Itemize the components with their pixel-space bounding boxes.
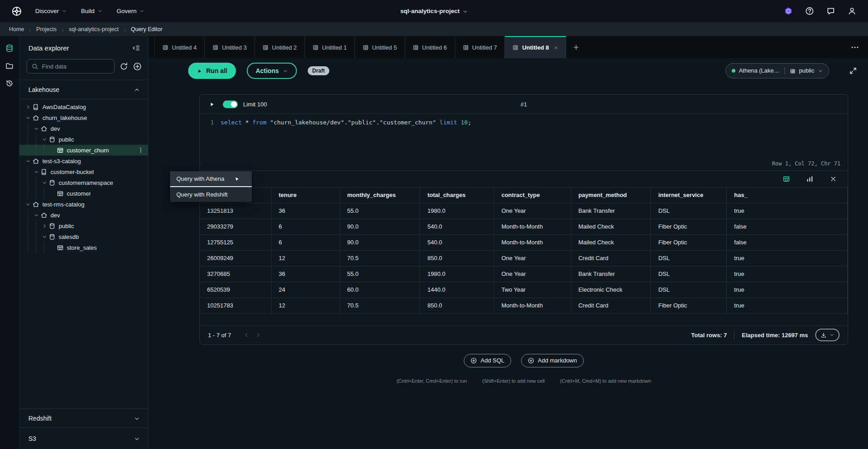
column-header-total-charges[interactable]: total_charges — [420, 188, 494, 203]
new-tab-button[interactable] — [566, 36, 586, 58]
download-results-button[interactable] — [815, 329, 840, 341]
tab-untitled-7[interactable]: Untitled 7 — [455, 36, 505, 58]
connection-selector[interactable]: Athena (Lake… public — [725, 63, 829, 78]
tree-toggle[interactable] — [40, 224, 48, 229]
rail-files-button[interactable] — [5, 61, 14, 71]
run-all-button[interactable]: Run all — [188, 63, 236, 79]
refresh-button[interactable] — [120, 62, 128, 71]
column-header-has-[interactable]: has_ — [727, 188, 848, 203]
table-row[interactable]: 102517831270.5850.0Month-to-MonthCredit … — [200, 298, 848, 313]
add-markdown-button[interactable]: Add markdown — [521, 354, 584, 367]
collapse-icon — [132, 44, 140, 52]
tree-item-store-sales[interactable]: store_sales — [19, 242, 148, 253]
nav-menu-build[interactable]: Build — [81, 8, 102, 14]
tab-untitled-1[interactable]: Untitled 1 — [305, 36, 355, 58]
table-row[interactable]: 12755125690.0540.0Month-to-MonthMailed C… — [200, 234, 848, 250]
find-data-searchbox[interactable] — [27, 59, 115, 73]
column-header-internet-service[interactable]: internet_service — [651, 188, 727, 203]
table-cell: 6520539 — [200, 282, 271, 298]
breadcrumb-item-home[interactable]: Home — [9, 26, 24, 32]
column-header-tenure[interactable]: tenure — [271, 188, 340, 203]
rail-data-explorer-button[interactable] — [5, 43, 14, 53]
menu-item-query-with-athena[interactable]: Query with Athena — [170, 171, 252, 186]
column-header-payment-method[interactable]: payment_method — [571, 188, 651, 203]
table-row[interactable]: 32706853655.01980.0One YearBank Transfer… — [200, 266, 848, 282]
table-row[interactable]: 29033279690.0540.0Month-to-MonthMailed C… — [200, 219, 848, 234]
search-input[interactable] — [42, 63, 110, 70]
column-header-contract-type[interactable]: contract_type — [494, 188, 571, 203]
breadcrumb-item-sql-analytics-project[interactable]: sql-analytics-project — [69, 26, 119, 32]
menu-item-query-with-redshift[interactable]: Query with Redshift — [170, 187, 252, 202]
nav-menu-discover[interactable]: Discover — [35, 8, 67, 14]
datazone-app-button[interactable] — [784, 7, 793, 15]
tab-untitled-5[interactable]: Untitled 5 — [355, 36, 405, 58]
next-page-button[interactable] — [255, 332, 261, 338]
close-tab-button[interactable] — [554, 46, 558, 50]
grid-icon — [263, 45, 268, 50]
tree-item-customer-bucket[interactable]: customer-bucket — [19, 166, 148, 177]
tree-item-test-s3-catalog[interactable]: test-s3-catalog — [19, 156, 148, 166]
tree-toggle[interactable] — [40, 180, 48, 185]
table-view-button[interactable] — [783, 175, 790, 183]
tree-item-dev[interactable]: dev — [19, 210, 148, 220]
limit-toggle[interactable] — [223, 101, 238, 108]
tree-item-awsdatacatalog[interactable]: AwsDataCatalog — [19, 101, 148, 112]
run-cell-button[interactable] — [209, 101, 215, 107]
tree-toggle[interactable] — [40, 137, 48, 142]
column-header-monthly-charges[interactable]: monthly_charges — [340, 188, 420, 203]
help-button[interactable] — [805, 7, 814, 15]
close-results-button[interactable] — [830, 175, 837, 183]
tab-untitled-4[interactable]: Untitled 4 — [155, 36, 205, 58]
actions-button[interactable]: Actions — [247, 63, 297, 79]
tree-item-test-rms-catalog[interactable]: test-rms-catalog — [19, 199, 148, 210]
tree-item-customernamespace[interactable]: customernamespace — [19, 177, 148, 188]
tree-item-salesdb[interactable]: salesdb — [19, 231, 148, 242]
tree-item-churn-lakehouse[interactable]: churn_lakehouse — [19, 112, 148, 123]
tree-item-actions-kebab[interactable] — [138, 147, 144, 153]
breadcrumb-item-query-editor[interactable]: Query Editor — [131, 26, 162, 32]
tree-item-dev[interactable]: dev — [19, 123, 148, 134]
app-logo[interactable] — [12, 6, 22, 16]
fullscreen-toggle-button[interactable] — [849, 67, 857, 75]
table-row[interactable]: 132518133655.01980.0One YearBank Transfe… — [200, 203, 848, 219]
tree-item-customer[interactable]: customer — [19, 188, 148, 199]
line-number: 1 — [200, 119, 221, 170]
table-row[interactable]: 65205392460.01440.0Two YearElectronic Ch… — [200, 282, 848, 298]
rail-history-button[interactable] — [5, 78, 14, 88]
chart-view-button[interactable] — [806, 175, 813, 183]
logo-icon — [12, 6, 22, 16]
tree-item-public[interactable]: public — [19, 220, 148, 231]
user-menu-button[interactable] — [848, 7, 856, 15]
add-data-button[interactable] — [133, 62, 142, 71]
tab-untitled-3[interactable]: Untitled 3 — [205, 36, 255, 58]
total-rows-label: Total rows: 7 — [691, 332, 727, 339]
table-cell: 55.0 — [340, 266, 420, 282]
tree-item-customer-churn[interactable]: customer_churn — [19, 145, 148, 156]
feedback-button[interactable] — [826, 7, 835, 15]
tree-toggle[interactable] — [32, 126, 40, 131]
tab-untitled-8[interactable]: Untitled 8 — [505, 36, 566, 58]
tab-untitled-6[interactable]: Untitled 6 — [405, 36, 455, 58]
nav-menu-govern[interactable]: Govern — [117, 8, 144, 14]
previous-page-button[interactable] — [244, 332, 249, 338]
tree-toggle[interactable] — [32, 213, 40, 218]
table-row[interactable]: 260092491270.5850.0One YearCredit CardDS… — [200, 250, 848, 266]
tab-overflow-button[interactable] — [851, 43, 868, 51]
collapse-panel-button[interactable] — [132, 44, 140, 52]
breadcrumb-item-projects[interactable]: Projects — [36, 26, 56, 32]
tree-toggle[interactable] — [24, 159, 32, 164]
tree-toggle[interactable] — [24, 202, 32, 207]
tree-toggle[interactable] — [24, 105, 32, 110]
redshift-section-header[interactable]: Redshift — [19, 408, 148, 427]
s3-section-header[interactable]: S3 — [19, 427, 148, 449]
tree-toggle[interactable] — [24, 115, 32, 120]
tree-toggle[interactable] — [32, 170, 40, 174]
lakehouse-section-header[interactable]: Lakehouse — [19, 80, 148, 99]
sql-editor[interactable]: 1 select * from "churn_lakehouse/dev"."p… — [200, 114, 848, 170]
tree-item-public[interactable]: public — [19, 134, 148, 145]
project-selector[interactable]: sql-analytics-project — [400, 8, 467, 14]
chevron-down-icon — [26, 115, 31, 120]
tree-toggle[interactable] — [40, 234, 48, 239]
tab-untitled-2[interactable]: Untitled 2 — [255, 36, 305, 58]
add-sql-button[interactable]: Add SQL — [464, 354, 511, 367]
